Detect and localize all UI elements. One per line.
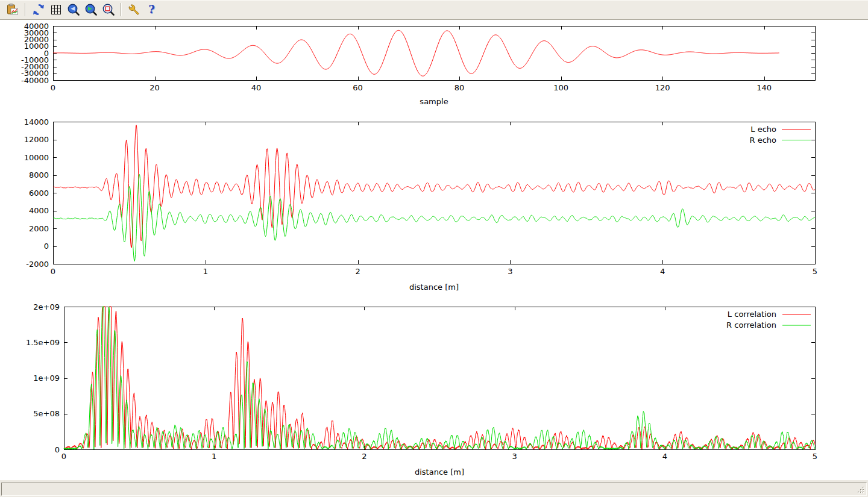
svg-text:80: 80: [454, 83, 465, 92]
svg-text:5: 5: [813, 267, 817, 276]
svg-text:140: 140: [756, 83, 772, 92]
svg-text:5e+08: 5e+08: [33, 409, 60, 418]
svg-text:8000: 8000: [29, 170, 49, 180]
magnifier-left-arrow-icon: [67, 3, 80, 16]
svg-text:1: 1: [212, 452, 216, 461]
svg-text:-40000: -40000: [21, 76, 49, 85]
question-mark-icon: ?: [148, 3, 155, 16]
refresh-icon: [32, 3, 45, 16]
zoom-previous-button[interactable]: [65, 2, 81, 17]
svg-text:1: 1: [203, 267, 208, 276]
replot-button[interactable]: [30, 2, 46, 17]
svg-text:4: 4: [660, 267, 665, 276]
svg-text:14000: 14000: [24, 117, 49, 127]
chart-top-pulse: 020406080100120140400003000020000100000-…: [0, 20, 868, 116]
grid-toggle-button[interactable]: [48, 2, 64, 17]
svg-text:12000: 12000: [24, 135, 49, 144]
zoom-region-button[interactable]: [100, 2, 116, 17]
svg-text:40: 40: [251, 83, 262, 92]
svg-text:20: 20: [149, 83, 160, 92]
svg-text:0: 0: [55, 445, 60, 454]
svg-text:0: 0: [51, 267, 55, 276]
svg-text:sample: sample: [420, 97, 448, 106]
magnifier-right-arrow-icon: [84, 3, 98, 16]
svg-text:2000: 2000: [29, 224, 49, 233]
svg-text:4000: 4000: [29, 206, 49, 215]
svg-text:2e+09: 2e+09: [33, 302, 60, 311]
svg-text:0: 0: [51, 83, 55, 92]
svg-text:distance [m]: distance [m]: [409, 283, 459, 292]
svg-text:distance [m]: distance [m]: [415, 467, 464, 477]
configure-button[interactable]: [126, 2, 142, 17]
status-panel: [1, 483, 867, 496]
plot-canvas: 020406080100120140400003000020000100000-…: [0, 20, 868, 480]
help-button[interactable]: ?: [143, 2, 160, 17]
magnifier-rectangle-icon: [102, 3, 115, 16]
chart-middle-echo: 01234514000120001000080006000400020000-2…: [0, 116, 868, 297]
wrench-icon: [128, 3, 141, 16]
resize-grip[interactable]: [857, 486, 865, 494]
svg-text:3: 3: [512, 452, 517, 461]
svg-text:2: 2: [355, 267, 360, 276]
clipboard-chart-icon: [6, 3, 19, 16]
svg-text:-2000: -2000: [26, 260, 49, 269]
toolbar-separator: [25, 3, 26, 16]
copy-plot-button[interactable]: [4, 2, 20, 17]
svg-text:100: 100: [553, 83, 568, 92]
gnuplot-window: ? 02040608010012014040000300002000010000…: [0, 0, 868, 497]
svg-text:10000: 10000: [24, 153, 49, 162]
svg-text:L echo: L echo: [750, 125, 776, 134]
svg-text:0: 0: [44, 242, 49, 251]
svg-text:120: 120: [655, 83, 670, 92]
svg-text:R echo: R echo: [749, 136, 776, 145]
svg-text:4: 4: [662, 452, 667, 461]
svg-text:0: 0: [61, 452, 66, 461]
svg-text:5: 5: [813, 452, 817, 461]
svg-text:L correlation: L correlation: [728, 310, 776, 319]
svg-text:1e+09: 1e+09: [33, 374, 60, 383]
svg-text:1.5e+09: 1.5e+09: [26, 338, 60, 347]
toolbar: ?: [0, 0, 868, 20]
chart-bottom-correlation: 0123452e+091.5e+091e+095e+080distance [m…: [0, 297, 868, 477]
svg-text:60: 60: [353, 83, 363, 92]
zoom-next-button[interactable]: [83, 2, 99, 17]
status-bar: [0, 480, 868, 497]
svg-text:6000: 6000: [29, 189, 49, 198]
svg-text:R correlation: R correlation: [726, 320, 776, 330]
svg-text:3: 3: [508, 267, 512, 276]
grid-icon: [49, 3, 63, 16]
svg-text:2: 2: [362, 452, 366, 461]
toolbar-separator: [121, 3, 122, 16]
